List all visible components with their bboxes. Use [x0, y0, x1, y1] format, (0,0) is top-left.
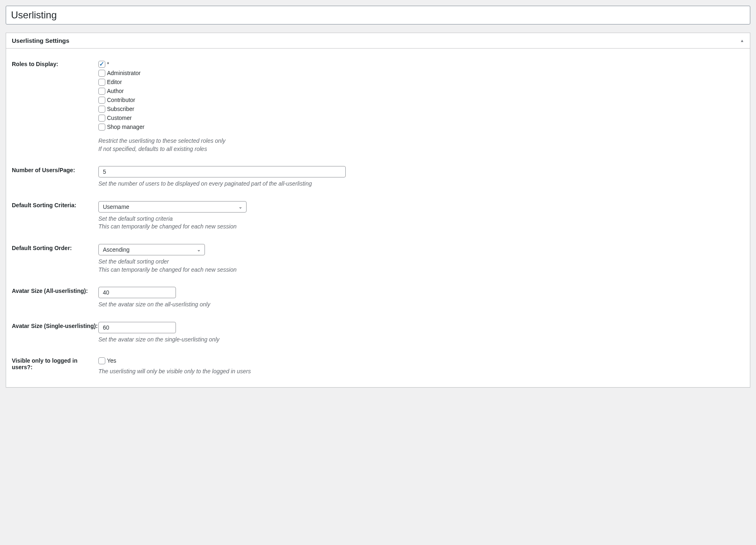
- role-checkbox[interactable]: [98, 61, 105, 68]
- sort-order-desc: Set the default sorting order This can t…: [98, 258, 744, 274]
- roles-checkbox-list: *AdministratorEditorAuthorContributorSub…: [98, 60, 744, 131]
- role-option-label: Author: [107, 87, 124, 95]
- page-title-box: Userlisting: [6, 6, 750, 24]
- sort-order-desc-line1: Set the default sorting order: [98, 258, 744, 266]
- panel-heading: Userlisting Settings: [12, 37, 69, 44]
- sort-criteria-field: Username ⌄ Set the default sorting crite…: [98, 201, 744, 231]
- avatar-single-field: Set the avatar size on the single-userli…: [98, 322, 744, 344]
- role-option[interactable]: Shop manager: [98, 123, 744, 131]
- visible-logged-option[interactable]: Yes: [98, 357, 744, 365]
- sort-order-desc-line2: This can temporarily be changed for each…: [98, 266, 744, 274]
- role-option-label: *: [107, 60, 109, 69]
- users-per-page-label: Number of Users/Page:: [12, 166, 98, 173]
- role-checkbox[interactable]: [98, 88, 105, 95]
- sort-order-label: Default Sorting Order:: [12, 244, 98, 251]
- roles-row: Roles to Display: *AdministratorEditorAu…: [12, 60, 744, 153]
- visible-logged-row: Visible only to logged in users?: Yes Th…: [12, 357, 744, 376]
- panel-body: Roles to Display: *AdministratorEditorAu…: [6, 49, 750, 387]
- role-option[interactable]: Author: [98, 87, 744, 95]
- panel-header: Userlisting Settings ▲: [6, 33, 750, 49]
- role-option[interactable]: Customer: [98, 114, 744, 122]
- avatar-all-field: Set the avatar size on the all-userlisti…: [98, 287, 744, 309]
- roles-label: Roles to Display:: [12, 60, 98, 67]
- sort-criteria-label: Default Sorting Criteria:: [12, 201, 98, 208]
- visible-logged-desc: The userlisting will only be visible onl…: [98, 368, 744, 376]
- avatar-all-desc: Set the avatar size on the all-userlisti…: [98, 301, 744, 309]
- role-option[interactable]: Subscriber: [98, 105, 744, 113]
- collapse-icon[interactable]: ▲: [740, 38, 744, 43]
- role-option[interactable]: Editor: [98, 78, 744, 86]
- role-option-label: Contributor: [107, 96, 135, 104]
- role-option[interactable]: Administrator: [98, 69, 744, 78]
- roles-desc: Restrict the userlisting to these select…: [98, 137, 744, 153]
- role-checkbox[interactable]: [98, 115, 105, 122]
- sort-order-select[interactable]: Ascending: [98, 244, 205, 255]
- role-checkbox[interactable]: [98, 70, 105, 77]
- users-per-page-desc: Set the number of users to be displayed …: [98, 180, 744, 188]
- sort-criteria-select[interactable]: Username: [98, 201, 247, 213]
- role-option-label: Shop manager: [107, 123, 145, 131]
- role-option-label: Administrator: [107, 69, 140, 78]
- settings-panel: Userlisting Settings ▲ Roles to Display:…: [6, 33, 750, 388]
- avatar-all-input[interactable]: [98, 287, 176, 298]
- roles-desc-line1: Restrict the userlisting to these select…: [98, 137, 744, 145]
- role-option[interactable]: Contributor: [98, 96, 744, 104]
- avatar-single-label: Avatar Size (Single-userlisting):: [12, 322, 98, 329]
- avatar-all-label: Avatar Size (All-userlisting):: [12, 287, 98, 294]
- avatar-single-input[interactable]: [98, 322, 176, 333]
- visible-logged-label: Visible only to logged in users?:: [12, 357, 98, 370]
- users-per-page-field: Set the number of users to be displayed …: [98, 166, 744, 188]
- role-option-label: Customer: [107, 114, 132, 122]
- roles-field: *AdministratorEditorAuthorContributorSub…: [98, 60, 744, 153]
- sort-order-row: Default Sorting Order: Ascending ⌄ Set t…: [12, 244, 744, 274]
- sort-criteria-desc-line2: This can temporarily be changed for each…: [98, 223, 744, 231]
- role-checkbox[interactable]: [98, 124, 105, 131]
- roles-desc-line2: If not specified, defaults to all existi…: [98, 145, 744, 153]
- avatar-all-row: Avatar Size (All-userlisting): Set the a…: [12, 287, 744, 309]
- role-option-label: Subscriber: [107, 105, 134, 113]
- role-option[interactable]: *: [98, 60, 744, 69]
- sort-criteria-desc-line1: Set the default sorting criteria: [98, 215, 744, 223]
- role-checkbox[interactable]: [98, 97, 105, 104]
- visible-logged-option-label: Yes: [107, 357, 116, 365]
- avatar-single-row: Avatar Size (Single-userlisting): Set th…: [12, 322, 744, 344]
- sort-order-field: Ascending ⌄ Set the default sorting orde…: [98, 244, 744, 274]
- avatar-single-desc: Set the avatar size on the single-userli…: [98, 336, 744, 344]
- sort-criteria-desc: Set the default sorting criteria This ca…: [98, 215, 744, 231]
- users-per-page-row: Number of Users/Page: Set the number of …: [12, 166, 744, 188]
- page-title: Userlisting: [11, 9, 745, 21]
- visible-logged-checkbox[interactable]: [98, 357, 105, 364]
- visible-logged-field: Yes The userlisting will only be visible…: [98, 357, 744, 376]
- sort-criteria-row: Default Sorting Criteria: Username ⌄ Set…: [12, 201, 744, 231]
- role-checkbox[interactable]: [98, 106, 105, 113]
- users-per-page-input[interactable]: [98, 166, 346, 177]
- role-checkbox[interactable]: [98, 79, 105, 86]
- role-option-label: Editor: [107, 78, 122, 86]
